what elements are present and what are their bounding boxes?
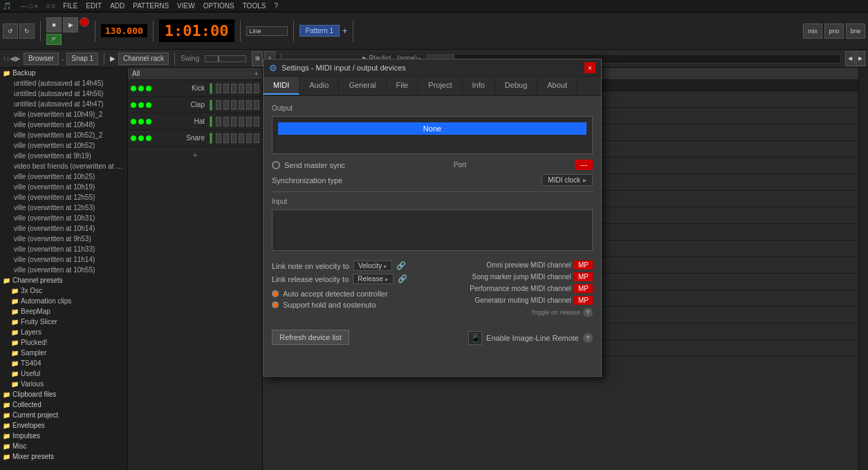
- channel-row[interactable]: Hat: [128, 113, 262, 130]
- release-velocity-link-icon[interactable]: 🔗: [398, 274, 407, 283]
- sidebar-item[interactable]: ville (overwritten at 10h52)_2: [0, 130, 127, 140]
- line-select[interactable]: Line: [246, 26, 288, 36]
- sidebar-item[interactable]: Collected: [0, 400, 127, 410]
- sidebar-item[interactable]: ville (overwritten at 9h53): [0, 234, 127, 244]
- channel-pad[interactable]: [246, 133, 252, 143]
- sidebar-item[interactable]: Fruity Slicer: [0, 317, 127, 327]
- play-btn[interactable]: ▶: [63, 17, 78, 32]
- sidebar-item[interactable]: Various: [0, 379, 127, 389]
- sidebar-item[interactable]: 3x Osc: [0, 285, 127, 296]
- snap-btn[interactable]: Snap 1: [66, 53, 98, 65]
- sidebar-item[interactable]: Sampler: [0, 348, 127, 358]
- bpm-display[interactable]: 130.000: [101, 24, 147, 37]
- sidebar-item[interactable]: Current project: [0, 410, 127, 420]
- sidebar-item[interactable]: ville (overwritten at 10h31): [0, 213, 127, 223]
- channel-pad[interactable]: [216, 84, 221, 93]
- channel-pad[interactable]: [254, 100, 259, 110]
- port-btn[interactable]: ---: [575, 160, 593, 170]
- sidebar-item[interactable]: BeepMap: [0, 306, 127, 317]
- tab-about[interactable]: About: [537, 77, 578, 95]
- channel-pad[interactable]: [246, 84, 252, 93]
- swing-slider[interactable]: [205, 55, 246, 62]
- tab-project[interactable]: Project: [418, 77, 462, 95]
- sidebar-item[interactable]: Impulses: [0, 431, 127, 441]
- output-item-none[interactable]: None: [278, 122, 587, 135]
- channel-pad[interactable]: [246, 117, 252, 126]
- sidebar-item[interactable]: ville (overwritten at 10h25): [0, 171, 127, 182]
- sidebar-item[interactable]: Backup: [0, 68, 127, 78]
- sidebar-item[interactable]: Mixer presets: [0, 451, 127, 462]
- generator-muting-btn[interactable]: MP: [574, 296, 593, 305]
- undo-btn[interactable]: ↺: [3, 24, 18, 39]
- scroll-right-btn[interactable]: ▶: [856, 51, 865, 66]
- mixer-btn[interactable]: mix: [803, 24, 822, 39]
- sidebar-item[interactable]: ville (overwritten at 10h14): [0, 223, 127, 234]
- sidebar-item[interactable]: ville (overwritten at 10h48): [0, 120, 127, 130]
- pattern-mode-btn[interactable]: P: [46, 34, 62, 45]
- sidebar-item[interactable]: Envelopes: [0, 420, 127, 431]
- channel-led[interactable]: [146, 102, 151, 108]
- modal-close-btn[interactable]: ×: [584, 62, 595, 73]
- channel-led[interactable]: [131, 86, 136, 91]
- sidebar-item[interactable]: ville (overwritten at 12h55): [0, 192, 127, 203]
- sidebar-item[interactable]: Plucked!: [0, 337, 127, 348]
- channel-pad[interactable]: [254, 133, 259, 143]
- channel-pad[interactable]: [239, 84, 244, 93]
- sidebar-item[interactable]: video best friends (overwritten at 9h01): [0, 161, 127, 171]
- channel-rack-btn[interactable]: Channel rack: [118, 53, 169, 65]
- sidebar-item[interactable]: Channel presets: [0, 275, 127, 285]
- output-list[interactable]: None: [272, 116, 593, 154]
- song-marker-btn[interactable]: MP: [574, 272, 593, 281]
- channel-led[interactable]: [131, 102, 136, 108]
- channel-pad[interactable]: [231, 84, 237, 93]
- sidebar-item[interactable]: ville (overwritten at 11h14): [0, 254, 127, 265]
- channel-led[interactable]: [138, 119, 144, 124]
- browser-btn[interactable]: Browser: [24, 53, 59, 65]
- tab-general[interactable]: General: [339, 77, 386, 95]
- channel-pad[interactable]: [223, 100, 229, 110]
- channel-pad[interactable]: [216, 100, 221, 110]
- release-velocity-select[interactable]: Release ▸: [353, 274, 394, 284]
- channel-pad[interactable]: [239, 117, 244, 126]
- sidebar-item[interactable]: TS404: [0, 358, 127, 368]
- playlist-scrollbar[interactable]: [858, 68, 868, 470]
- tab-debug[interactable]: Debug: [495, 77, 537, 95]
- sidebar-item[interactable]: ville (overwritten at 9h19): [0, 151, 127, 161]
- channel-add-large[interactable]: +: [192, 149, 198, 160]
- sidebar-item[interactable]: ville (overwritten at 12h53): [0, 203, 127, 213]
- channel-pad[interactable]: [231, 100, 237, 110]
- sidebar-item[interactable]: Useful: [0, 368, 127, 379]
- sidebar-item[interactable]: ville (overwritten at 11h33): [0, 244, 127, 254]
- sidebar-item[interactable]: Automation clips: [0, 296, 127, 306]
- pattern-btn[interactable]: Pattern 1: [299, 25, 340, 37]
- auto-accept-radio[interactable]: [272, 290, 279, 297]
- channel-pad[interactable]: [223, 117, 229, 126]
- sidebar-item[interactable]: Clipboard files: [0, 389, 127, 400]
- channel-pad[interactable]: [223, 84, 229, 93]
- channel-row[interactable]: Snare: [128, 130, 262, 147]
- channel-pad[interactable]: [239, 133, 244, 143]
- omni-preview-btn[interactable]: MP: [574, 261, 593, 270]
- sidebar-item[interactable]: untitled (autosaved at 14h47): [0, 99, 127, 109]
- channel-pad[interactable]: [254, 84, 259, 93]
- menu-edit[interactable]: EDIT: [86, 2, 102, 10]
- record-btn[interactable]: [80, 17, 89, 27]
- sidebar-item[interactable]: Layers: [0, 327, 127, 337]
- channel-pad[interactable]: [216, 133, 221, 143]
- sync-type-select[interactable]: MIDI clock ▸: [542, 174, 593, 186]
- stop-btn[interactable]: ■: [46, 17, 62, 32]
- channel-led[interactable]: [131, 119, 136, 124]
- tab-info[interactable]: Info: [463, 77, 495, 95]
- menu-tools[interactable]: TOOLS: [243, 2, 266, 10]
- redo-btn[interactable]: ↻: [19, 24, 35, 39]
- tab-file[interactable]: File: [387, 77, 419, 95]
- channel-pad[interactable]: [254, 117, 259, 126]
- scroll-left-btn[interactable]: ◀: [845, 51, 855, 66]
- menu-patterns[interactable]: PATTERNS: [133, 2, 169, 10]
- channel-row[interactable]: Kick: [128, 80, 262, 97]
- channel-add-btn[interactable]: +: [255, 70, 258, 77]
- input-list[interactable]: [272, 209, 593, 251]
- support-hold-radio[interactable]: [272, 301, 279, 308]
- menu-view[interactable]: VIEW: [177, 2, 195, 10]
- channel-led[interactable]: [146, 86, 151, 91]
